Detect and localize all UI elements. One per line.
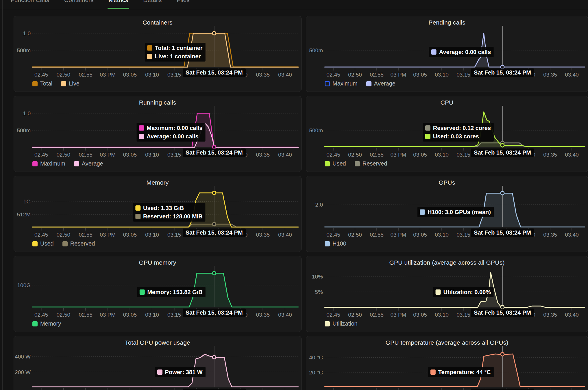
tab-containers[interactable]: Containers xyxy=(63,0,95,9)
y-tick-label: 512M xyxy=(17,211,31,218)
tooltip-row: Power: 381 W xyxy=(157,368,203,376)
legend-color-chip-average xyxy=(366,81,371,86)
hover-marker-used xyxy=(501,144,504,147)
chart-tooltip: Used: 1.33 GiBReserved: 128.00 MiB xyxy=(133,203,206,222)
tooltip-row: Average: 0.00 calls xyxy=(431,48,491,56)
x-tick-label: 02:55 xyxy=(79,152,93,158)
x-tick-label: 03:40 xyxy=(565,312,579,318)
x-tick-label: 03:10 xyxy=(145,312,159,318)
x-tick-label: 03:35 xyxy=(543,72,557,78)
crosshair-date-tooltip: Sat Feb 15, 03:24 PM xyxy=(183,309,246,317)
legend-color-chip-live xyxy=(61,81,66,86)
x-tick-label: 03:05 xyxy=(413,312,427,318)
x-tick-label: 03:10 xyxy=(435,152,449,158)
legend-color-chip-maximum xyxy=(32,161,38,166)
y-tick-label: 40 °C xyxy=(309,354,323,361)
page-left-border xyxy=(2,0,3,390)
tab-function-calls[interactable]: Function Calls xyxy=(10,0,50,9)
tooltip-row: Utilization: 0.00% xyxy=(436,288,491,296)
legend-item-reserved[interactable]: Reserved xyxy=(62,240,95,247)
tooltip-value: Used: 0.03 cores xyxy=(433,133,479,140)
x-tick-label: 03:35 xyxy=(256,232,270,238)
x-tick-label: 02:50 xyxy=(348,312,362,318)
chart-tooltip: Average: 0.00 calls xyxy=(429,47,494,57)
tab-bar: Function CallsContainersMetricsDetailsFi… xyxy=(0,0,588,9)
series-line-reserved xyxy=(325,143,585,147)
tooltip-value: Reserved: 128.00 MiB xyxy=(143,213,203,220)
chart-panel-pending-calls: Pending calls 500m02:4502:5002:5503 PM03… xyxy=(306,16,588,92)
legend-item-average[interactable]: Average xyxy=(74,160,103,167)
legend-item-h100[interactable]: H100 xyxy=(325,240,346,247)
legend-item-maximum[interactable]: Maximum xyxy=(32,160,65,167)
legend-item-maximum[interactable]: Maximum xyxy=(325,80,358,87)
crosshair-date-tooltip: Sat Feb 15, 03:24 PM xyxy=(183,389,246,390)
crosshair-date-tooltip: Sat Feb 15, 03:24 PM xyxy=(471,309,534,317)
y-tick-label: 20 °C xyxy=(309,369,323,376)
x-tick-label: 03:05 xyxy=(123,232,137,238)
tooltip-row: Reserved: 0.12 cores xyxy=(425,124,491,132)
chart-tooltip: Temperature: 44 °C xyxy=(428,367,494,377)
tab-details[interactable]: Details xyxy=(142,0,163,9)
legend-label: Average xyxy=(82,160,103,167)
x-tick-label: 02:50 xyxy=(57,312,71,318)
x-tick-label: 02:45 xyxy=(326,232,340,238)
chart-tooltip: Total: 1 containerLive: 1 container xyxy=(145,43,205,62)
legend-color-chip-reserved xyxy=(62,241,68,246)
tooltip-value: H100: 3.0 GPUs (mean) xyxy=(428,209,491,216)
x-tick-label: 03:05 xyxy=(413,232,427,238)
x-tick-label: 02:45 xyxy=(34,312,48,318)
tooltip-value: Reserved: 0.12 cores xyxy=(433,125,491,131)
chart-plot[interactable]: 40 °C20 °C02:4502:5002:5503 PM03:0503:10… xyxy=(306,336,588,390)
x-tick-label: 03:10 xyxy=(435,72,449,78)
legend-item-used[interactable]: Used xyxy=(32,240,54,247)
legend-item-live[interactable]: Live xyxy=(61,80,79,87)
series-line-reserved xyxy=(32,224,298,227)
x-tick-label: 03:05 xyxy=(123,72,137,78)
x-tick-label: 03:35 xyxy=(256,312,270,318)
x-tick-label: 02:45 xyxy=(34,72,48,78)
legend-color-chip-h100 xyxy=(325,241,330,246)
legend-label: Total xyxy=(40,80,52,87)
tooltip-row: H100: 3.0 GPUs (mean) xyxy=(420,208,491,216)
x-tick-label: 02:50 xyxy=(57,232,71,238)
legend-label: Reserved xyxy=(363,160,387,167)
tooltip-value: Temperature: 44 °C xyxy=(438,369,491,376)
x-tick-label: 02:55 xyxy=(370,312,384,318)
x-tick-label: 03:35 xyxy=(543,312,557,318)
chart-tooltip: Maximum: 0.00 callsAverage: 0.00 calls xyxy=(136,123,205,142)
tooltip-value: Average: 0.00 calls xyxy=(439,49,491,55)
y-tick-label: 500m xyxy=(17,47,31,53)
legend-item-reserved[interactable]: Reserved xyxy=(355,160,387,167)
chart-legend: Memory xyxy=(32,320,61,327)
legend-label: Live xyxy=(69,80,79,87)
chart-tooltip: Utilization: 0.00% xyxy=(433,287,494,297)
crosshair-date-tooltip: Sat Feb 15, 03:24 PM xyxy=(183,148,246,157)
tab-metrics[interactable]: Metrics xyxy=(108,0,130,9)
chart-legend: H100 xyxy=(325,240,346,247)
legend-color-chip-utilization xyxy=(325,321,330,326)
x-tick-label: 03 PM xyxy=(391,312,406,318)
x-tick-label: 03:35 xyxy=(256,152,270,158)
tab-files[interactable]: Files xyxy=(176,0,191,9)
x-tick-label: 03 PM xyxy=(391,232,406,238)
legend-item-total[interactable]: Total xyxy=(32,80,52,87)
legend-item-memory[interactable]: Memory xyxy=(32,320,61,327)
series-color-chip xyxy=(425,125,430,131)
y-tick-label: 2.0 xyxy=(315,202,323,208)
chart-plot[interactable]: 400 W200 W02:4502:5002:5503 PM03:0503:10… xyxy=(14,336,302,390)
legend-item-utilization[interactable]: Utilization xyxy=(325,320,358,327)
x-tick-label: 03:15 xyxy=(456,312,470,318)
crosshair-date-tooltip: Sat Feb 15, 03:24 PM xyxy=(183,68,246,77)
legend-color-chip-reserved xyxy=(355,161,360,166)
x-tick-label: 03:40 xyxy=(278,312,292,318)
x-tick-label: 02:55 xyxy=(79,72,93,78)
x-tick-label: 03:15 xyxy=(456,152,470,158)
tooltip-value: Average: 0.00 calls xyxy=(147,133,198,140)
x-tick-label: 03:10 xyxy=(145,232,159,238)
hover-marker-used xyxy=(212,191,216,195)
legend-label: Memory xyxy=(40,320,61,327)
legend-color-chip-used xyxy=(32,241,38,246)
legend-item-average[interactable]: Average xyxy=(366,80,395,87)
tooltip-row: Average: 0.00 calls xyxy=(139,133,202,140)
legend-item-used[interactable]: Used xyxy=(325,160,346,167)
